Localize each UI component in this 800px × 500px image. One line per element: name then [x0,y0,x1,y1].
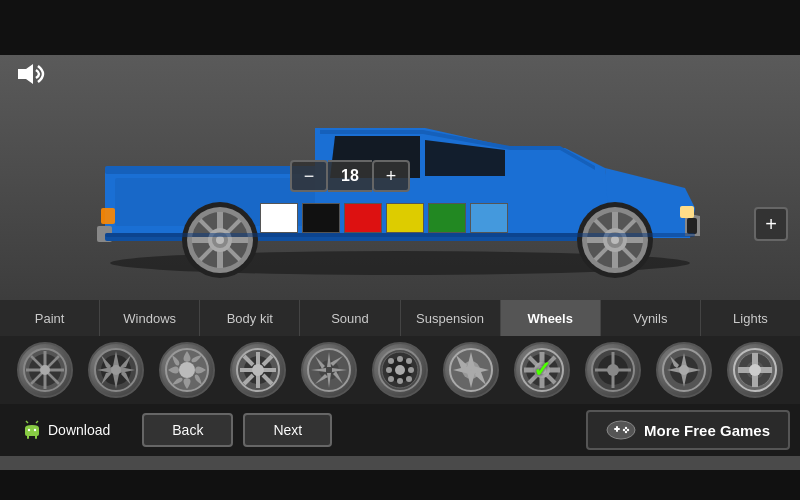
svg-point-42 [179,362,195,378]
svg-point-19 [216,236,224,244]
wheel-options-row [0,336,800,404]
color-swatches [260,203,508,233]
svg-point-93 [34,429,36,431]
svg-point-64 [406,376,412,382]
svg-point-66 [388,376,394,382]
tab-vynils[interactable]: Vynils [601,300,701,336]
color-swatch-red[interactable] [344,203,382,233]
svg-point-53 [252,364,264,376]
tab-windows[interactable]: Windows [100,300,200,336]
svg-point-65 [406,358,412,364]
wheel-option-1[interactable] [17,342,73,398]
wheel-option-5[interactable] [301,342,357,398]
svg-point-82 [607,364,619,376]
more-games-label: More Free Games [644,422,770,439]
sound-icon[interactable] [16,62,46,86]
svg-point-92 [28,429,30,431]
wheel-size-control: − 18 + [290,160,410,192]
svg-rect-8 [101,208,115,224]
car-area: − 18 + + [0,55,800,300]
wheel-option-6[interactable] [372,342,428,398]
next-button[interactable]: Next [243,413,332,447]
color-swatch-green[interactable] [428,203,466,233]
wheel-option-2[interactable] [88,342,144,398]
action-bar: Download Back Next More Free Games [0,404,800,456]
svg-point-99 [625,427,627,429]
top-bar [0,0,800,55]
svg-point-96 [607,421,635,439]
svg-rect-5 [680,206,694,218]
wheel-size-minus[interactable]: − [290,160,328,192]
svg-point-85 [679,365,689,375]
svg-point-91 [749,364,761,376]
svg-point-37 [40,365,50,375]
svg-line-95 [36,421,38,423]
wheel-size-value: 18 [328,160,372,192]
svg-point-40 [111,365,121,375]
wheel-option-3[interactable] [159,342,215,398]
svg-point-63 [388,358,394,364]
wheel-option-7[interactable] [443,342,499,398]
svg-point-62 [408,367,414,373]
svg-marker-0 [18,64,33,84]
category-tabs: Paint Windows Body kit Sound Suspension … [0,300,800,336]
tab-sound[interactable]: Sound [300,300,400,336]
wheel-size-plus[interactable]: + [372,160,410,192]
svg-rect-6 [687,218,697,234]
android-icon [22,420,42,440]
tab-suspension[interactable]: Suspension [401,300,501,336]
tab-lights[interactable]: Lights [701,300,800,336]
bottom-bar [0,470,800,500]
tab-bodykit[interactable]: Body kit [200,300,300,336]
wheel-option-10[interactable] [656,342,712,398]
color-swatch-black[interactable] [302,203,340,233]
more-games-button[interactable]: More Free Games [586,410,790,450]
download-button[interactable]: Download [10,414,122,446]
wheel-option-4[interactable] [230,342,286,398]
back-button[interactable]: Back [142,413,233,447]
svg-line-94 [26,421,28,423]
svg-point-29 [611,236,619,244]
color-swatch-white[interactable] [260,203,298,233]
color-swatch-blue[interactable] [470,203,508,233]
color-swatch-yellow[interactable] [386,203,424,233]
gamepad-icon [606,419,636,441]
svg-point-77 [538,366,546,374]
add-color-button[interactable]: + [754,207,788,241]
tab-paint[interactable]: Paint [0,300,100,336]
svg-point-67 [395,365,405,375]
svg-rect-98 [616,426,618,432]
svg-point-60 [397,378,403,384]
svg-point-59 [397,356,403,362]
svg-point-102 [623,429,625,431]
svg-point-76 [534,362,550,378]
wheel-option-8[interactable] [514,342,570,398]
svg-line-75 [529,357,555,383]
svg-point-101 [625,431,627,433]
svg-point-61 [386,367,392,373]
tab-wheels[interactable]: Wheels [501,300,601,336]
svg-line-74 [529,357,555,383]
download-label: Download [48,422,110,438]
wheel-option-9[interactable] [585,342,641,398]
wheel-option-11[interactable] [727,342,783,398]
svg-point-100 [627,429,629,431]
svg-rect-30 [105,233,695,237]
